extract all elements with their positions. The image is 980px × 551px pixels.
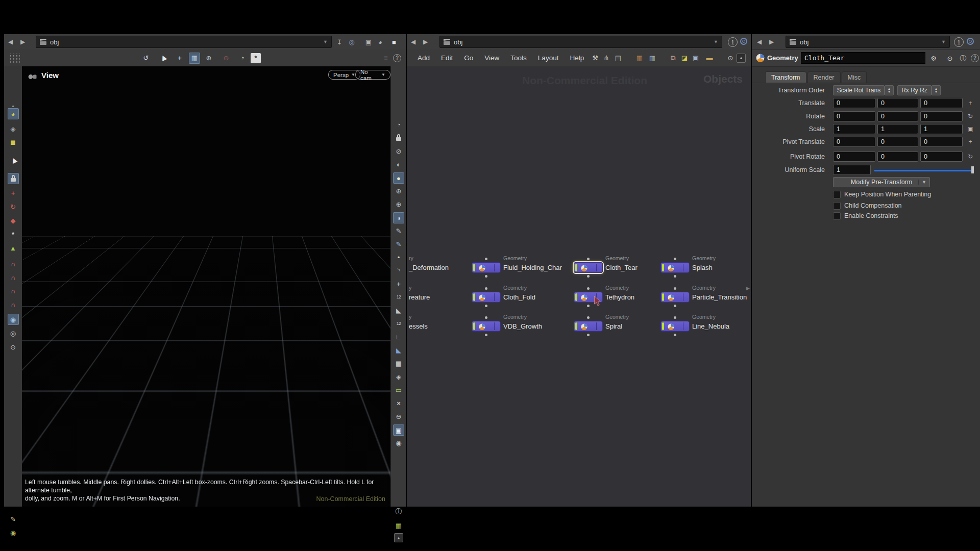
view-mask-icon[interactable]: ⊖ [394, 411, 404, 421]
isolate-objects-icon[interactable]: ◔ [394, 119, 404, 130]
display-points-icon[interactable]: • [394, 252, 404, 262]
menu-view[interactable]: View [479, 54, 505, 62]
pivot-translate-z-field[interactable]: 0 [920, 137, 963, 147]
parameters-path-field[interactable]: obj ▼ [786, 36, 950, 48]
follow-selection-icon[interactable] [740, 38, 747, 45]
translate-ladder-icon[interactable]: + [966, 99, 974, 107]
node-body[interactable] [472, 262, 501, 273]
node-Line_Nebula[interactable]: GeometryLine_Nebula [660, 321, 690, 332]
menu-go[interactable]: Go [458, 54, 479, 62]
rotate-order-spinner[interactable]: ▲▼ [932, 85, 941, 95]
node-body[interactable] [472, 292, 501, 303]
node-name-field[interactable]: Cloth_Tear [801, 52, 925, 64]
handles-tool-icon[interactable]: ▦ [189, 53, 200, 64]
transform-order-spinner[interactable]: ▲▼ [885, 85, 894, 95]
stow-viewport-bar-icon[interactable]: ▴ [394, 533, 403, 542]
node-input-connector[interactable] [587, 316, 590, 319]
pivot-rotate-ladder-icon[interactable]: ↻ [966, 153, 974, 161]
point-normals-icon[interactable]: ◝ [394, 265, 404, 276]
cell-grid-icon[interactable]: ▦ [394, 520, 404, 531]
group-display-icon[interactable]: ◈ [394, 371, 404, 382]
pivot-translate-x-field[interactable]: 0 [833, 137, 875, 147]
node-input-connector[interactable] [485, 287, 487, 290]
rotate-ladder-icon[interactable]: ↻ [966, 112, 974, 120]
scale-z-field[interactable]: 1 [920, 124, 963, 134]
link-badge[interactable]: 1 [954, 37, 964, 47]
node-Spiral[interactable]: GeometrySpiral [574, 321, 603, 332]
node-input-connector[interactable] [485, 316, 487, 319]
display-options-icon[interactable]: * [251, 53, 261, 63]
rotate-order-select[interactable]: Rx Ry Rz [897, 85, 932, 95]
node-selectable-flag[interactable] [662, 293, 664, 301]
pose-tool-icon[interactable]: * [8, 229, 18, 239]
move-tool-icon[interactable]: + [175, 53, 185, 63]
scale-ladder-icon[interactable]: ▣ [966, 125, 974, 133]
tab-render[interactable]: Render [807, 71, 841, 83]
network-canvas[interactable]: Non-Commercial Edition Objects ▶ Geometr… [407, 66, 751, 507]
link-badge[interactable]: 1 [728, 37, 738, 47]
flipbook-icon[interactable]: ◔ [237, 53, 248, 63]
group-list-icon[interactable]: ▭ [394, 385, 404, 395]
pivot-rotate-z-field[interactable]: 0 [920, 152, 963, 162]
pivot-translate-y-field[interactable]: 0 [877, 137, 918, 147]
background-image-icon[interactable]: ▦ [394, 358, 404, 368]
node-Splash[interactable]: GeometrySplash [660, 262, 690, 273]
scale-x-field[interactable]: 1 [833, 124, 875, 134]
modify-tool-icon[interactable]: ▲ [8, 243, 18, 253]
view-pivot-icon[interactable]: ◎ [8, 328, 18, 338]
node-Cloth_Fold[interactable]: GeometryCloth_Fold [472, 292, 501, 303]
chevron-down-icon[interactable]: ▼ [714, 39, 718, 44]
node-output-connector[interactable] [674, 305, 676, 307]
snapshots-icon[interactable]: ⧉ [668, 53, 678, 63]
menu-tools[interactable]: Tools [505, 54, 532, 62]
node-partial-essels[interactable]: yessels [409, 321, 470, 332]
gallery-icon[interactable]: ▬ [704, 53, 715, 63]
point-markers-icon[interactable]: + [394, 279, 404, 289]
display-objects-icon[interactable]: ◼ [8, 137, 18, 147]
rotate-y-field[interactable]: 0 [877, 111, 918, 121]
zoom-tool-icon[interactable]: ⊕ [204, 53, 214, 63]
menu-edit[interactable]: Edit [435, 54, 458, 62]
node-input-connector[interactable] [674, 316, 676, 319]
network-tools-icon[interactable]: ⚒ [590, 53, 600, 63]
forward-arrow-icon[interactable]: ▶ [769, 38, 774, 45]
follow-selection-icon[interactable]: ◎ [347, 37, 357, 47]
node-output-connector[interactable] [485, 305, 487, 307]
selection-options-icon[interactable]: ◉ [8, 314, 19, 325]
brush-tool-icon[interactable]: ✎ [8, 514, 18, 524]
scale-y-field[interactable]: 1 [877, 124, 918, 134]
primitive-numbers-icon[interactable]: 12 [394, 318, 404, 329]
construction-plane-icon[interactable]: ✎ [394, 226, 404, 236]
pivot-mode-icon[interactable]: ⊖ [221, 53, 231, 63]
origin-axes-icon[interactable]: × [394, 398, 404, 408]
scale-handle-icon[interactable]: ◆ [8, 215, 18, 226]
node-body[interactable] [574, 321, 603, 332]
camera-menu-button[interactable]: No cam▼ [355, 70, 390, 80]
pivot-rotate-x-field[interactable]: 0 [833, 152, 875, 162]
view-lock-icon[interactable] [394, 133, 404, 143]
stowbar-icon[interactable]: ≡ [381, 53, 391, 63]
maximize-pane-icon[interactable]: ■ [389, 37, 399, 47]
smooth-shading-icon[interactable]: ◑ [393, 212, 404, 223]
back-arrow-icon[interactable]: ◀ [411, 38, 415, 45]
child-compensation-checkbox[interactable] [833, 202, 841, 210]
select-mode-icon[interactable]: ▶ [6, 154, 20, 168]
uniform-scale-field[interactable]: 1 [833, 165, 871, 175]
display-components-icon[interactable]: ◈ [8, 123, 18, 134]
viewport-lighting-icon[interactable]: ● [393, 172, 404, 184]
node-output-connector[interactable] [485, 275, 487, 278]
node-selectable-flag[interactable] [473, 264, 475, 271]
node-VDB_Growth[interactable]: GeometryVDB_Growth [472, 321, 501, 332]
snapshot-icon[interactable]: ◉ [394, 438, 404, 448]
chevron-down-icon[interactable]: ▼ [941, 39, 946, 44]
profile-curves-icon[interactable]: ∟ [394, 332, 404, 342]
primitive-normals-icon[interactable]: ◣ [394, 305, 404, 315]
pin-pane-icon[interactable]: ↧ [334, 37, 345, 47]
node-selectable-flag[interactable] [662, 322, 664, 330]
translate-z-field[interactable]: 0 [920, 98, 963, 108]
node-Cloth_Tear[interactable]: GeometryCloth_Tear [574, 262, 603, 273]
camera-lens-icon[interactable]: ⊙ [8, 342, 18, 352]
headlight-icon[interactable]: ⊘ [394, 146, 404, 156]
snap-primitive-icon[interactable]: ∩ [8, 272, 18, 283]
node-input-connector[interactable] [674, 287, 676, 290]
